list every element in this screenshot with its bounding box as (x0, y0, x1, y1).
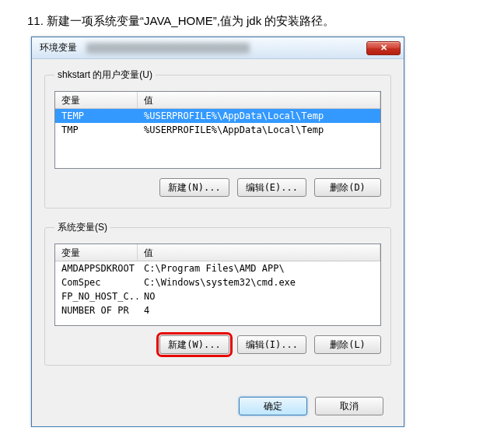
cell-value: %USERPROFILE%\AppData\Local\Temp (138, 123, 380, 137)
instruction-text: 11. 新建一项系统变量“JAVA_HOME”,值为 jdk 的安装路径。 (0, 0, 504, 37)
table-row[interactable]: TMP %USERPROFILE%\AppData\Local\Temp (55, 123, 380, 137)
sys-vars-table[interactable]: 变量 值 AMDAPPSDKROOT C:\Program Files\AMD … (54, 244, 381, 326)
close-icon: ✕ (380, 43, 387, 53)
user-vars-button-row: 新建(N)... 编辑(E)... 删除(D) (54, 178, 381, 197)
cell-name: TMP (55, 123, 138, 137)
dialog-body: shkstart 的用户变量(U) 变量 值 TEMP %USERPROFILE… (32, 59, 404, 389)
cell-value: C:\Windows\system32\cmd.exe (138, 275, 380, 289)
dialog-footer: 确定 取消 (32, 389, 404, 426)
cell-value: C:\Program Files\AMD APP\ (138, 261, 380, 275)
sys-vars-button-row: 新建(W)... 编辑(I)... 删除(L) (54, 335, 381, 354)
cell-value: NO (138, 289, 380, 303)
window-title: 环境变量 (40, 42, 77, 53)
cancel-button[interactable]: 取消 (315, 397, 383, 415)
col-header-value[interactable]: 值 (138, 244, 380, 261)
titlebar[interactable]: 环境变量 ✕ (32, 37, 404, 59)
cell-name: NUMBER OF PR (55, 303, 138, 317)
cell-name: AMDAPPSDKROOT (55, 261, 138, 275)
col-header-name[interactable]: 变量 (55, 92, 138, 108)
sys-vars-legend: 系统变量(S) (54, 221, 110, 234)
cell-name: ComSpec (55, 275, 138, 289)
cell-value: %USERPROFILE%\AppData\Local\Temp (138, 109, 380, 123)
system-variables-group: 系统变量(S) 变量 值 AMDAPPSDKROOT C:\Program Fi… (44, 221, 391, 366)
user-vars-legend: shkstart 的用户变量(U) (54, 68, 156, 82)
table-row[interactable]: FP_NO_HOST_C... NO (55, 289, 380, 303)
cell-value: 4 (138, 303, 380, 317)
col-header-value[interactable]: 值 (138, 92, 380, 108)
table-row[interactable]: AMDAPPSDKROOT C:\Program Files\AMD APP\ (55, 261, 380, 275)
sys-edit-button[interactable]: 编辑(I)... (237, 335, 306, 354)
close-button[interactable]: ✕ (366, 41, 401, 55)
user-delete-button[interactable]: 删除(D) (314, 178, 381, 197)
cell-name: FP_NO_HOST_C... (55, 289, 138, 303)
table-row[interactable]: ComSpec C:\Windows\system32\cmd.exe (55, 275, 380, 289)
table-row[interactable]: NUMBER OF PR 4 (55, 303, 380, 317)
sys-new-button[interactable]: 新建(W)... (159, 335, 229, 354)
table-row[interactable]: TEMP %USERPROFILE%\AppData\Local\Temp (55, 109, 380, 123)
user-variables-group: shkstart 的用户变量(U) 变量 值 TEMP %USERPROFILE… (44, 68, 391, 208)
env-variables-dialog: 环境变量 ✕ shkstart 的用户变量(U) 变量 值 TEMP %USER… (31, 37, 404, 427)
user-vars-table[interactable]: 变量 值 TEMP %USERPROFILE%\AppData\Local\Te… (54, 91, 381, 169)
table-header: 变量 值 (55, 92, 380, 109)
table-header: 变量 值 (55, 244, 380, 261)
user-edit-button[interactable]: 编辑(E)... (237, 178, 306, 197)
ok-button[interactable]: 确定 (239, 397, 307, 415)
cell-name: TEMP (55, 109, 138, 123)
col-header-name[interactable]: 变量 (55, 244, 138, 261)
user-new-button[interactable]: 新建(N)... (159, 178, 229, 197)
blurred-text (86, 43, 250, 54)
sys-delete-button[interactable]: 删除(L) (314, 335, 381, 354)
